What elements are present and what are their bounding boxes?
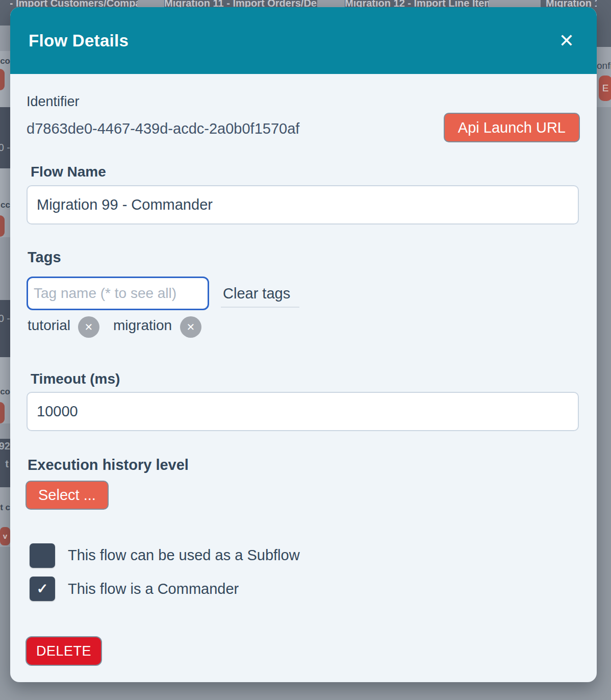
flow-details-modal: Flow Details ✕ Identifier d7863de0-4467-… [10, 7, 597, 682]
background-button-fragment [0, 402, 5, 423]
modal-header: Flow Details ✕ [10, 7, 597, 74]
background-fragment [0, 423, 10, 439]
execution-history-select-button[interactable]: Select ... [26, 481, 109, 510]
tags-label: Tags [28, 249, 61, 266]
identifier-label: Identifier [27, 94, 80, 110]
modal-title: Flow Details [29, 31, 129, 51]
timeout-label: Timeout (ms) [31, 371, 120, 387]
close-icon[interactable]: ✕ [555, 30, 578, 52]
background-button-fragment: E [599, 76, 611, 101]
background-fragment [597, 0, 611, 47]
tag-item-label: tutorial [28, 317, 70, 334]
execution-history-label: Execution history level [28, 457, 189, 473]
flow-name-label: Flow Name [31, 164, 106, 180]
tag-item-label: migration [113, 317, 172, 334]
clear-tags-link[interactable]: Clear tags [221, 285, 299, 308]
background-button-fragment [0, 69, 5, 90]
x-icon: ✕ [187, 321, 195, 333]
x-icon: ✕ [85, 321, 93, 333]
commander-checkbox[interactable]: ✓ [30, 577, 55, 601]
background-button-fragment: v [0, 527, 10, 545]
background-button-fragment [0, 215, 5, 237]
background-fragment [0, 26, 10, 51]
subflow-checkbox-label: This flow can be used as a Subflow [68, 547, 300, 564]
background-fragment: st c v [0, 487, 10, 547]
background-fragment: 0 - [0, 107, 10, 168]
flow-name-input[interactable] [27, 185, 579, 224]
background-fragment [0, 0, 10, 26]
tag-name-input[interactable] [27, 277, 209, 310]
background-fragment: co [0, 357, 10, 423]
background-fragment: cc [0, 168, 10, 237]
background-fragment: onfi E [597, 47, 611, 107]
identifier-value: d7863de0-4467-439d-acdc-2a0b0f1570af [27, 120, 299, 137]
subflow-checkbox[interactable] [30, 543, 55, 568]
background-fragment: 92 t [0, 439, 10, 487]
checkmark-icon: ✓ [37, 582, 48, 596]
background-fragment [0, 237, 10, 300]
delete-button[interactable]: DELETE [26, 636, 102, 666]
timeout-input[interactable] [27, 392, 579, 431]
commander-checkbox-label: This flow is a Commander [68, 581, 239, 597]
api-launch-url-button[interactable]: Api Launch URL [444, 113, 580, 142]
remove-tag-button[interactable]: ✕ [180, 316, 201, 338]
background-fragment: 0 - [0, 300, 10, 357]
remove-tag-button[interactable]: ✕ [78, 316, 99, 338]
background-fragment: co [0, 51, 10, 107]
